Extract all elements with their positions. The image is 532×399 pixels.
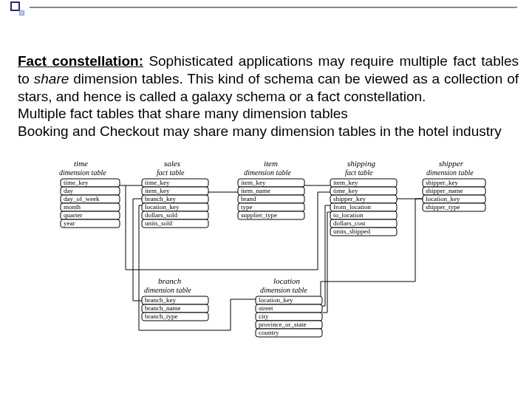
svg-text:time_key: time_key <box>145 179 170 186</box>
svg-text:city: city <box>259 313 269 320</box>
svg-text:fact table: fact table <box>157 168 185 177</box>
svg-text:location_key: location_key <box>145 203 180 211</box>
svg-text:supplier_type: supplier_type <box>241 211 277 219</box>
svg-text:day: day <box>64 187 73 194</box>
svg-text:units_shipped: units_shipped <box>333 228 371 235</box>
heading-share: share <box>34 71 69 86</box>
svg-text:dimension table: dimension table <box>244 168 291 177</box>
svg-text:shipping: shipping <box>347 159 375 168</box>
heading-desc1b: dimension tables. This kind of schema ca… <box>18 71 519 104</box>
svg-text:time_key: time_key <box>333 187 358 194</box>
svg-text:branch_key: branch_key <box>145 195 176 202</box>
table-shipper: shipper dimension table shipper_key ship… <box>423 159 485 211</box>
svg-text:location_key: location_key <box>259 296 293 304</box>
svg-text:to_location: to_location <box>333 211 364 219</box>
paragraph-main: Fact constellation: Sophisticated applic… <box>18 52 519 140</box>
svg-text:dimension table: dimension table <box>426 168 474 177</box>
svg-text:branch: branch <box>158 276 182 285</box>
svg-text:branch_name: branch_name <box>145 304 180 312</box>
svg-text:street: street <box>259 304 273 312</box>
svg-text:dimension table: dimension table <box>144 286 191 294</box>
line-multiple: Multiple fact tables that share many dim… <box>18 106 348 121</box>
svg-text:location: location <box>273 276 301 285</box>
divider <box>30 7 517 8</box>
svg-text:location_key: location_key <box>426 195 460 202</box>
svg-text:country: country <box>259 329 279 336</box>
svg-text:brand: brand <box>241 195 256 202</box>
svg-text:shipper: shipper <box>439 159 464 168</box>
time-rows: time_key day day_of_week month quarter y… <box>61 179 120 228</box>
svg-text:item_key: item_key <box>145 187 170 194</box>
svg-text:shipper_type: shipper_type <box>426 203 460 211</box>
svg-text:dollars_sold: dollars_sold <box>145 211 177 219</box>
table-item: item dimension table item_key item_name … <box>238 159 304 219</box>
svg-text:item_name: item_name <box>241 187 270 194</box>
svg-text:day_of_week: day_of_week <box>64 195 100 202</box>
svg-text:type: type <box>241 203 253 211</box>
table-location: location dimension table location_key st… <box>256 276 322 337</box>
table-branch: branch dimension table branch_key branch… <box>142 276 208 321</box>
svg-text:sales: sales <box>164 159 180 168</box>
svg-text:shipper_name: shipper_name <box>426 187 463 194</box>
heading-title: Fact constellation: <box>18 53 143 69</box>
svg-text:fact table: fact table <box>345 168 373 177</box>
svg-text:shipper_key: shipper_key <box>426 179 458 186</box>
table-time: time dimension table time_key day day_of… <box>59 159 120 228</box>
svg-text:year: year <box>64 219 75 227</box>
svg-text:from_location: from_location <box>333 203 371 211</box>
svg-text:dollars_cost: dollars_cost <box>333 219 366 227</box>
svg-text:item_key: item_key <box>333 179 358 186</box>
svg-text:time_key: time_key <box>64 179 89 186</box>
table-sales: sales fact table time_key item_key branc… <box>142 159 208 228</box>
svg-text:time: time <box>74 159 88 168</box>
svg-text:month: month <box>64 203 81 211</box>
schema-diagram: time dimension table time_key day day_of… <box>46 154 491 354</box>
svg-text:item: item <box>264 159 278 168</box>
svg-text:province_or_state: province_or_state <box>259 321 306 328</box>
svg-text:branch_type: branch_type <box>145 313 177 320</box>
svg-text:units_sold: units_sold <box>145 219 173 227</box>
svg-text:quarter: quarter <box>64 211 82 219</box>
svg-text:item_key: item_key <box>241 179 266 186</box>
svg-text:dimension table: dimension table <box>59 168 106 177</box>
svg-text:branch_key: branch_key <box>145 296 176 304</box>
slide-content: Fact constellation: Sophisticated applic… <box>0 16 532 354</box>
bullet-icon-small <box>19 10 24 16</box>
table-shipping: shipping fact table item_key time_key sh… <box>330 159 397 236</box>
line-booking: Booking and Checkout may share many dime… <box>18 123 502 139</box>
svg-text:shipper_key: shipper_key <box>333 195 366 202</box>
svg-text:dimension table: dimension table <box>260 286 307 294</box>
slide-decoration <box>0 0 532 16</box>
